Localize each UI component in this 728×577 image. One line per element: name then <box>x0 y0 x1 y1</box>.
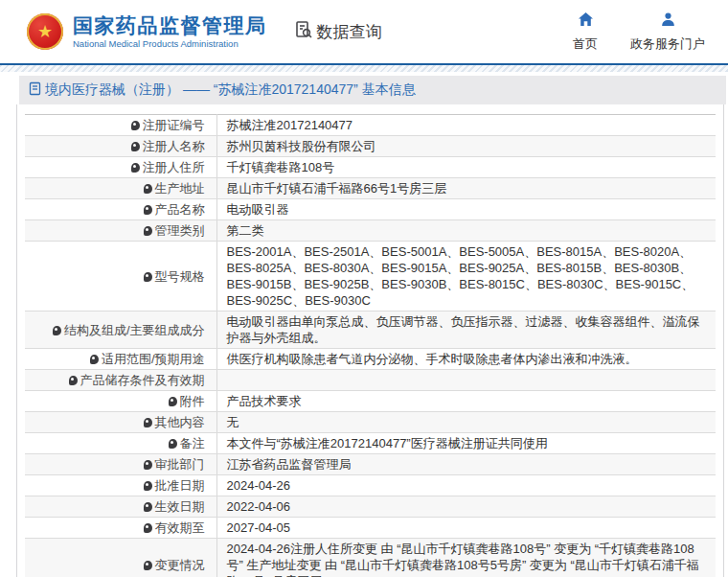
note-balloon-icon <box>53 326 61 335</box>
site-title: 国家药品监督管理局 <box>73 14 267 37</box>
info-table-body: 注册证编号 苏械注准20172140477 注册人名称 苏州贝茵科技股份有限公司… <box>25 115 716 577</box>
table-row: 批准日期 2024-04-26 <box>25 475 716 496</box>
doc-search-icon <box>294 20 313 43</box>
row-label: 生产地址 <box>25 178 216 199</box>
row-value: 江苏省药品监督管理局 <box>216 454 716 475</box>
row-value: BES-2001A、BES-2501A、BES-5001A、BES-5005A、… <box>216 242 716 312</box>
note-balloon-icon <box>144 523 152 533</box>
row-label: 注册证编号 <box>25 115 216 136</box>
page-title: 境内医疗器械（注册） —— “苏械注准20172140477” 基本信息 <box>45 81 416 99</box>
row-label: 有效期至 <box>25 518 216 539</box>
site-subtitle: National Medical Products Administration <box>73 38 267 49</box>
row-value: 2024-04-26 <box>216 475 716 496</box>
note-balloon-icon <box>144 418 152 427</box>
nav-item-home[interactable]: 首页 <box>573 12 598 53</box>
row-label: 变更情况 <box>25 539 216 577</box>
table-row: 结构及组成/主要组成成分 电动吸引器由单向泵总成、负压调节器、负压指示器、过滤器… <box>25 312 716 349</box>
table-row: 生效日期 2022-04-06 <box>25 496 716 518</box>
table-row: 管理类别 第二类 <box>25 220 716 242</box>
note-balloon-icon <box>144 460 152 470</box>
row-label: 型号规格 <box>25 242 216 312</box>
note-balloon-icon <box>90 355 99 364</box>
row-value: 苏械注准20172140477 <box>216 115 716 136</box>
row-label: 结构及组成/主要组成成分 <box>25 312 216 349</box>
row-label: 批准日期 <box>25 475 216 496</box>
header-nav: 首页 政务服务门户 <box>573 12 715 53</box>
info-table: 注册证编号 苏械注准20172140477 注册人名称 苏州贝茵科技股份有限公司… <box>25 114 716 577</box>
table-row: 其他内容 无 <box>25 412 716 433</box>
info-panel: 注册证编号 苏械注准20172140477 注册人名称 苏州贝茵科技股份有限公司… <box>16 104 724 577</box>
table-row: 生产地址 昆山市千灯镇石浦千福路66号1号房三层 <box>25 178 716 199</box>
nav-item-portal[interactable]: 政务服务门户 <box>630 12 705 53</box>
document-icon <box>29 81 41 100</box>
row-value: 2024-04-26注册人住所变更 由 “昆山市千灯镇龚巷路108号” 变更为 … <box>216 539 716 577</box>
note-balloon-icon <box>144 205 152 215</box>
data-query-entry[interactable]: 数据查询 <box>294 20 382 43</box>
site-header: ★ 国家药品监督管理局 National Medical Products Ad… <box>0 0 728 63</box>
row-value: 电动吸引器 <box>216 199 716 220</box>
national-emblem-icon: ★ <box>27 13 63 50</box>
note-balloon-icon <box>144 226 152 236</box>
table-row: 有效期至 2027-04-05 <box>25 518 716 539</box>
note-balloon-icon <box>144 481 152 491</box>
row-label: 审批部门 <box>25 454 216 475</box>
table-row: 型号规格 BES-2001A、BES-2501A、BES-5001A、BES-5… <box>25 242 716 312</box>
table-row: 备注 本文件与“苏械注准20172140477”医疗器械注册证共同使用 <box>25 433 716 454</box>
row-label: 其他内容 <box>25 412 216 433</box>
data-query-label: 数据查询 <box>317 21 382 43</box>
row-value: 千灯镇龚巷路108号 <box>216 157 716 178</box>
site-logo: ★ 国家药品监督管理局 National Medical Products Ad… <box>27 13 267 50</box>
table-row: 附件 产品技术要求 <box>25 391 716 412</box>
table-row: 适用范围/预期用途 供医疗机构吸除患者气道内分泌物、手术时吸除患者体内渗出液和冲… <box>25 349 716 370</box>
note-balloon-icon <box>169 439 177 449</box>
note-balloon-icon <box>144 184 152 194</box>
note-balloon-icon <box>69 376 78 385</box>
row-label: 注册人住所 <box>25 157 216 178</box>
table-row: 产品储存条件及有效期 <box>25 370 716 391</box>
table-row: 变更情况 2024-04-26注册人住所变更 由 “昆山市千灯镇龚巷路108号”… <box>25 539 716 577</box>
nav-home-label: 首页 <box>573 35 598 53</box>
row-value: 供医疗机构吸除患者气道内分泌物、手术时吸除患者体内渗出液和冲洗液。 <box>216 349 716 370</box>
row-label: 备注 <box>25 433 216 454</box>
row-value: 2027-04-05 <box>216 518 716 539</box>
user-icon <box>660 12 676 32</box>
table-row: 注册人名称 苏州贝茵科技股份有限公司 <box>25 136 716 157</box>
row-value: 无 <box>216 412 716 433</box>
row-value: 第二类 <box>216 220 716 242</box>
row-value: 产品技术要求 <box>216 391 716 412</box>
note-balloon-icon <box>131 142 140 151</box>
table-row: 产品名称 电动吸引器 <box>25 199 716 220</box>
row-value: 电动吸引器由单向泵总成、负压调节器、负压指示器、过滤器、收集容器组件、溢流保护器… <box>216 312 716 349</box>
page-title-bar: 境内医疗器械（注册） —— “苏械注准20172140477” 基本信息 <box>19 76 726 104</box>
row-label: 产品名称 <box>25 199 216 220</box>
note-balloon-icon <box>144 272 152 282</box>
row-label: 附件 <box>25 391 216 412</box>
row-value: 苏州贝茵科技股份有限公司 <box>216 136 716 157</box>
table-row: 注册人住所 千灯镇龚巷路108号 <box>25 157 716 178</box>
row-value: 本文件与“苏械注准20172140477”医疗器械注册证共同使用 <box>216 433 716 454</box>
row-value <box>216 370 716 391</box>
nav-portal-label: 政务服务门户 <box>630 35 705 53</box>
note-balloon-icon <box>144 502 152 512</box>
note-balloon-icon <box>169 397 177 406</box>
table-row: 审批部门 江苏省药品监督管理局 <box>25 454 716 475</box>
hatched-divider <box>0 65 728 72</box>
row-label: 生效日期 <box>25 496 216 518</box>
note-balloon-icon <box>144 561 152 570</box>
row-label: 适用范围/预期用途 <box>25 349 216 370</box>
table-row: 注册证编号 苏械注准20172140477 <box>25 115 716 136</box>
home-icon <box>578 12 594 32</box>
note-balloon-icon <box>131 163 140 173</box>
row-value: 昆山市千灯镇石浦千福路66号1号房三层 <box>216 178 716 199</box>
note-balloon-icon <box>131 121 140 130</box>
row-label: 产品储存条件及有效期 <box>25 370 216 391</box>
row-label: 注册人名称 <box>25 136 216 157</box>
row-label: 管理类别 <box>25 220 216 242</box>
row-value: 2022-04-06 <box>216 496 716 518</box>
